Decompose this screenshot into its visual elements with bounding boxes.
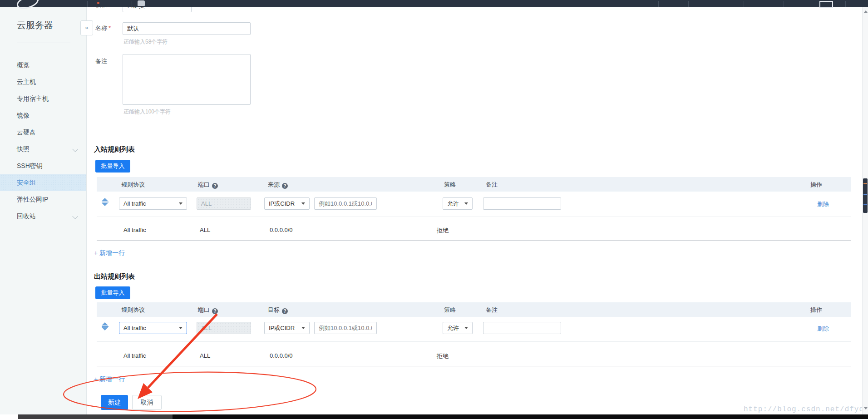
vertical-scrollbar[interactable] xyxy=(862,7,868,414)
sidebar-item-overview[interactable]: 概览 xyxy=(0,57,86,74)
outbound-default-dest: 0.0.0.0/0 xyxy=(270,352,293,359)
outbound-dest-type-select[interactable]: IP或CIDR xyxy=(264,322,310,334)
help-icon[interactable]: ? xyxy=(282,183,288,189)
scrollbar-marker xyxy=(863,204,867,205)
scrollbar-thumb[interactable] xyxy=(863,178,868,213)
sidebar-item-recycle-bin[interactable]: 回收站 xyxy=(0,208,86,225)
navbar-divider xyxy=(744,1,744,7)
row-divider xyxy=(97,341,851,342)
cancel-button[interactable]: 取消 xyxy=(132,395,162,410)
row-divider xyxy=(97,217,851,217)
sidebar-menu: 概览 云主机 专用宿主机 镜像 云硬盘 快照 SSH密钥 安全组 弹性公网IP … xyxy=(0,57,86,225)
chevron-down-icon xyxy=(464,202,468,205)
create-button[interactable]: 新建 xyxy=(101,395,128,410)
inbound-header-protocol: 规则协议 xyxy=(121,181,145,189)
outbound-default-policy: 拒绝 xyxy=(437,352,449,360)
outbound-row-drag-handle-icon[interactable] xyxy=(102,322,108,330)
scrollbar-up-icon[interactable] xyxy=(864,10,868,13)
watermark-text: http://blog.csdn.net/dfydn xyxy=(744,405,868,414)
outbound-default-protocol: All traffic xyxy=(123,352,146,359)
sidebar-item-dedicated-host[interactable]: 专用宿主机 xyxy=(0,90,86,107)
row-divider xyxy=(97,366,851,366)
inbound-protocol-select[interactable]: All traffic xyxy=(119,197,187,210)
inbound-header-policy: 策略 xyxy=(444,181,456,189)
outbound-header-policy: 策略 xyxy=(444,306,456,314)
remark-field-label: 备注 xyxy=(95,57,107,65)
inbound-header-source: 来源? xyxy=(268,181,288,189)
bottom-bar-right xyxy=(173,414,868,419)
row-divider xyxy=(97,240,851,241)
sidebar-item-ssh-key[interactable]: SSH密钥 xyxy=(0,158,86,174)
help-icon[interactable]: ? xyxy=(212,183,218,189)
name-input[interactable] xyxy=(123,22,251,35)
inbound-header-remark: 备注 xyxy=(486,181,498,189)
outbound-dest-input[interactable] xyxy=(314,322,377,334)
inbound-default-policy: 拒绝 xyxy=(437,227,449,235)
outbound-header-protocol: 规则协议 xyxy=(121,306,145,314)
outbound-header-remark: 备注 xyxy=(486,306,498,314)
outbound-port-input-disabled: ALL xyxy=(197,322,251,334)
inbound-port-input-disabled: ALL xyxy=(197,197,251,210)
outbound-header-dest: 目标? xyxy=(268,306,288,314)
inbound-row-drag-handle-icon[interactable] xyxy=(102,198,108,206)
chevron-down-icon xyxy=(179,327,182,329)
navbar-divider xyxy=(87,1,88,7)
help-icon[interactable]: ? xyxy=(212,308,218,314)
inbound-source-input[interactable] xyxy=(314,197,377,210)
chevron-down-icon xyxy=(301,202,305,205)
inbound-default-port: ALL xyxy=(200,227,210,233)
outbound-header-action: 操作 xyxy=(810,306,822,314)
navbar-divider xyxy=(784,1,784,7)
outbound-protocol-select[interactable]: All traffic xyxy=(119,322,187,334)
navbar-help-icon[interactable] xyxy=(819,1,833,8)
name-remaining-hint: 还能输入58个字符 xyxy=(123,38,168,46)
name-field-label: 名称* xyxy=(95,24,111,32)
help-icon[interactable]: ? xyxy=(282,308,288,314)
inbound-policy-select[interactable]: 允许 xyxy=(443,197,473,210)
inbound-default-protocol: All traffic xyxy=(123,227,146,233)
outbound-default-port: ALL xyxy=(200,352,210,359)
outbound-policy-select[interactable]: 允许 xyxy=(443,322,473,334)
scrollbar-marker xyxy=(863,183,867,184)
inbound-rules-title: 入站规则列表 xyxy=(94,145,135,154)
sidebar-item-snapshot[interactable]: 快照 xyxy=(0,141,86,158)
sidebar-item-image[interactable]: 镜像 xyxy=(0,107,86,124)
top-navbar xyxy=(0,0,868,7)
sidebar-item-cloud-disk[interactable]: 云硬盘 xyxy=(0,124,86,141)
sidebar: 云服务器 概览 云主机 专用宿主机 镜像 云硬盘 快照 SSH密钥 安全组 弹性… xyxy=(0,7,87,414)
sidebar-title-divider xyxy=(17,43,70,43)
scrollbar-down-icon[interactable] xyxy=(864,407,868,409)
inbound-remark-input[interactable] xyxy=(483,197,561,210)
remark-remaining-hint: 还能输入100个字符 xyxy=(123,108,171,116)
sidebar-item-security-group[interactable]: 安全组 xyxy=(0,174,86,191)
sidebar-collapse-button[interactable]: « xyxy=(80,20,93,35)
remark-textarea[interactable] xyxy=(123,54,251,105)
outbound-remark-input[interactable] xyxy=(483,322,561,334)
inbound-batch-import-button[interactable]: 批量导入 xyxy=(95,160,130,173)
inbound-delete-link[interactable]: 删除 xyxy=(817,200,829,208)
navbar-notification-dot-icon xyxy=(97,2,99,4)
chevron-down-icon xyxy=(72,213,78,219)
chevron-down-icon xyxy=(179,202,182,205)
outbound-batch-import-button[interactable]: 批量导入 xyxy=(95,286,130,299)
outbound-rules-title: 出站规则列表 xyxy=(94,272,135,281)
chevron-down-icon xyxy=(72,146,78,152)
outbound-delete-link[interactable]: 删除 xyxy=(817,325,829,333)
outbound-add-row-link[interactable]: + 新增一行 xyxy=(94,375,125,384)
outbound-header-port: 端口? xyxy=(198,306,218,314)
navbar-divider xyxy=(845,1,846,7)
chevron-down-icon xyxy=(464,327,468,329)
scrollbar-marker xyxy=(863,194,867,195)
chevron-down-icon xyxy=(301,327,305,329)
inbound-default-source: 0.0.0.0/0 xyxy=(270,227,293,233)
navbar-console-icon[interactable] xyxy=(138,0,145,6)
inbound-add-row-link[interactable]: + 新增一行 xyxy=(94,249,125,257)
inbound-header-port: 端口? xyxy=(198,181,218,189)
sidebar-item-elastic-ip[interactable]: 弹性公网IP xyxy=(0,191,86,208)
inbound-source-type-select[interactable]: IP或CIDR xyxy=(264,197,310,210)
navbar-divider xyxy=(688,1,689,7)
navbar-divider xyxy=(658,1,659,7)
bottom-bar-left xyxy=(18,414,173,419)
sidebar-item-cloud-host[interactable]: 云主机 xyxy=(0,74,86,90)
inbound-header-action: 操作 xyxy=(810,181,822,189)
